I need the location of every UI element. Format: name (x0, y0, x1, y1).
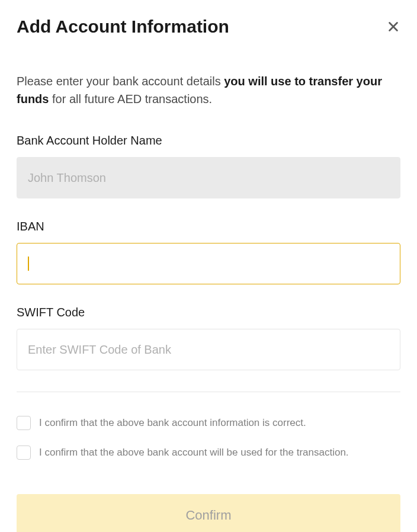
confirm-info-checkbox[interactable] (17, 416, 31, 430)
confirm-info-label: I confirm that the above bank account in… (39, 416, 306, 430)
confirm-info-row: I confirm that the above bank account in… (17, 416, 400, 430)
swift-input[interactable] (17, 329, 400, 370)
close-button[interactable] (386, 20, 400, 34)
divider (17, 392, 400, 392)
iban-group: IBAN (17, 220, 400, 284)
confirm-button[interactable]: Confirm (17, 494, 400, 532)
modal-header: Add Account Information (17, 17, 400, 37)
holder-name-input (17, 157, 400, 198)
iban-input[interactable] (17, 243, 400, 284)
modal-title: Add Account Information (17, 17, 229, 37)
holder-name-label: Bank Account Holder Name (17, 134, 400, 148)
swift-group: SWIFT Code (17, 306, 400, 370)
iban-label: IBAN (17, 220, 400, 233)
close-icon (387, 20, 400, 33)
confirm-use-row: I confirm that the above bank account wi… (17, 446, 400, 460)
confirm-use-checkbox[interactable] (17, 446, 31, 460)
confirm-use-label: I confirm that the above bank account wi… (39, 446, 349, 460)
description-suffix: for all future AED transactions. (49, 92, 212, 105)
description-prefix: Please enter your bank account details (17, 75, 224, 88)
text-cursor (28, 257, 29, 271)
holder-name-group: Bank Account Holder Name (17, 134, 400, 198)
swift-label: SWIFT Code (17, 306, 400, 319)
description-text: Please enter your bank account details y… (17, 72, 400, 108)
